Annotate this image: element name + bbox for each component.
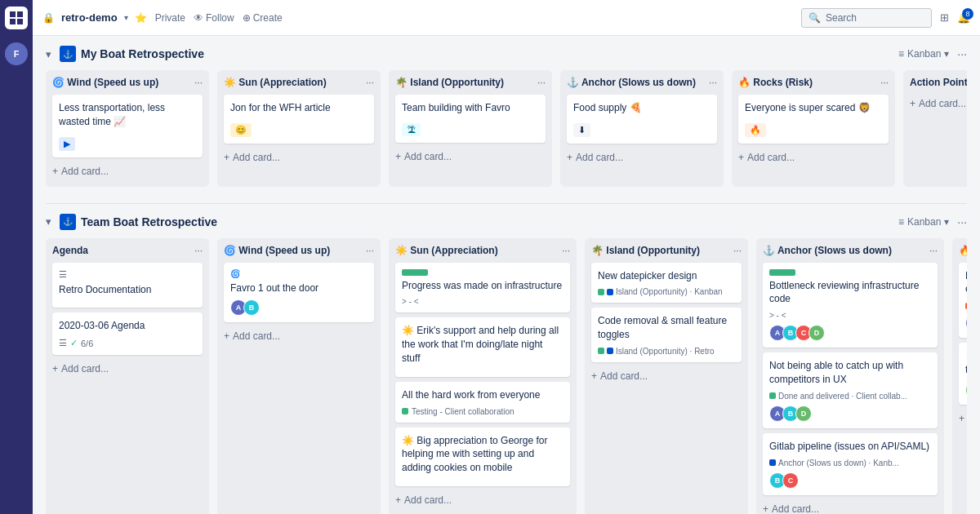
- card-rocks2-2[interactable]: 🔥 Not having time to help out with tech …: [959, 343, 967, 405]
- column-rocks-header: 🔥 Rocks (Risk) ···: [738, 77, 889, 88]
- column-sun2-header: ☀️ Sun (Appreciation) ···: [395, 245, 570, 256]
- star-button[interactable]: ⭐: [135, 12, 147, 24]
- add-card-sun[interactable]: + Add card...: [224, 148, 374, 166]
- column-anchor2-header: ⚓ Anchor (Slows us down) ···: [763, 245, 938, 256]
- column-sun2: ☀️ Sun (Appreciation) ··· Progress was m…: [389, 238, 577, 514]
- card-sun2-4-text: ☀️ Big appreciation to George for helpin…: [402, 434, 564, 475]
- card-anchor2-2-avatars: A B D: [769, 405, 931, 422]
- add-card-rocks[interactable]: + Add card...: [738, 148, 889, 166]
- anchor3-tag-icon: [769, 459, 776, 466]
- column-rocks2-header: 🔥 Rocks (Risk) ···: [959, 245, 967, 256]
- card-wind-1[interactable]: Less transportation, less wasted time 📈 …: [52, 95, 203, 157]
- card-anchor2-3[interactable]: Gitlab pipeline (issues on API/SAML) Anc…: [763, 433, 938, 495]
- board1-collapse[interactable]: ▾: [46, 48, 51, 60]
- card-rocks2-1-text: Not refactoring and improving legacy eno…: [965, 269, 967, 297]
- card-agenda-1-text: Retro Documentation: [59, 283, 196, 297]
- card-rocks2-1-tag: Rocks (Risk) · Retro: [965, 301, 967, 310]
- chevron-down-icon: ▾: [944, 48, 949, 60]
- column-rocks-more[interactable]: ···: [880, 77, 889, 88]
- column-anchor2-more[interactable]: ···: [929, 245, 938, 256]
- card-rocks-1[interactable]: Everyone is super scared 🦁 🔥: [738, 95, 889, 144]
- card-wind2-1[interactable]: 🌀 Favro 1 out the door A B: [224, 263, 374, 323]
- column-rocks2-title: 🔥 Rocks (Risk): [959, 245, 967, 256]
- column-wind-more[interactable]: ···: [194, 77, 203, 88]
- column-action: Action Points ··· + Add card...: [903, 70, 967, 187]
- card-anchor-1-badge: ⬇: [573, 123, 590, 137]
- tag-island-retro: Island (Opportunity) · Retro: [598, 347, 715, 356]
- add-card-agenda[interactable]: + Add card...: [52, 360, 203, 378]
- chevron-icon[interactable]: ▾: [124, 13, 128, 22]
- av-b3: D: [795, 405, 812, 422]
- av-a4: D: [808, 325, 825, 341]
- card-anchor2-1-labels: [769, 269, 931, 276]
- board1-section: ▾ ⚓ My Boat Retrospective ≡ Kanban ▾ ···: [33, 36, 980, 203]
- wind2-card-icon: 🌀: [230, 269, 240, 278]
- card-anchor2-1[interactable]: Bottleneck reviewing infrastructure code…: [763, 263, 938, 348]
- user-avatar[interactable]: F: [5, 42, 28, 65]
- column-sun2-more[interactable]: ···: [562, 245, 570, 256]
- card-island2-2-text: Code removal & small feature toggles: [598, 314, 735, 342]
- column-sun-more[interactable]: ···: [366, 77, 374, 88]
- card-anchor-1[interactable]: Food supply 🍕 ⬇: [567, 95, 717, 144]
- column-island2-more[interactable]: ···: [733, 245, 742, 256]
- board2-kanban-btn[interactable]: ≡ Kanban ▾: [898, 216, 949, 228]
- card-agenda-1[interactable]: ☰ Retro Documentation: [52, 263, 203, 308]
- card-island2-2[interactable]: Code removal & small feature toggles Isl…: [591, 308, 742, 362]
- card-rocks2-1[interactable]: Not refactoring and improving legacy eno…: [959, 263, 967, 339]
- sidebar: F: [0, 0, 33, 514]
- add-card-island2[interactable]: + Add card...: [591, 367, 742, 385]
- avatar-2: B: [243, 299, 260, 316]
- card-sun2-4[interactable]: ☀️ Big appreciation to George for helpin…: [395, 428, 570, 486]
- kanban-icon: ≡: [898, 48, 904, 60]
- column-wind2-more[interactable]: ···: [366, 245, 374, 256]
- column-rocks2: 🔥 Rocks (Risk) ··· Not refactoring and i…: [952, 238, 967, 514]
- board2-section: ▾ ⚓ Team Boat Retrospective ≡ Kanban ▾ ·…: [33, 204, 980, 514]
- svg-rect-2: [10, 19, 16, 24]
- follow-button[interactable]: 👁 Follow: [194, 12, 234, 24]
- add-card-wind[interactable]: + Add card...: [52, 162, 203, 180]
- brand-name: retro-demo: [61, 11, 118, 24]
- column-island-more[interactable]: ···: [537, 77, 546, 88]
- add-card-wind2[interactable]: + Add card...: [224, 327, 374, 345]
- card-island2-1[interactable]: New datepicker design Island (Opportunit…: [591, 263, 742, 304]
- app-logo: [5, 7, 28, 29]
- card-wind-1-badge: ▶: [59, 137, 75, 151]
- card-rocks-1-text: Everyone is super scared 🦁: [745, 101, 882, 115]
- column-wind-title: 🌀 Wind (Speed us up): [52, 77, 194, 88]
- card-island-1[interactable]: Team building with Favro 🏝: [395, 95, 546, 143]
- card-sun2-2[interactable]: ☀️ Erik's support and help during all th…: [395, 317, 570, 376]
- board2-collapse[interactable]: ▾: [46, 215, 51, 228]
- svg-rect-1: [17, 11, 23, 17]
- card-sun2-3-text: All the hard work from everyone: [402, 388, 564, 402]
- column-agenda-more[interactable]: ···: [194, 245, 203, 256]
- card-sun2-1[interactable]: Progress was made on infrastructure > - …: [395, 263, 570, 313]
- card-sun-1[interactable]: Jon for the WFH article 😊: [224, 95, 374, 144]
- card-sun2-1-text: Progress was made on infrastructure: [402, 279, 564, 293]
- board1-kanban-btn[interactable]: ≡ Kanban ▾: [898, 48, 949, 60]
- add-card-anchor[interactable]: + Add card...: [567, 148, 717, 166]
- card-sun2-3[interactable]: All the hard work from everyone Testing …: [395, 382, 570, 423]
- column-rocks-title: 🔥 Rocks (Risk): [738, 77, 880, 88]
- chevron2-down-icon: ▾: [944, 216, 949, 228]
- card-anchor2-2[interactable]: Not being able to catch up with competit…: [763, 352, 938, 428]
- add-card-action[interactable]: + Add card...: [910, 95, 967, 113]
- board2-more-btn[interactable]: ···: [957, 215, 967, 228]
- add-card-rocks2[interactable]: + Add card...: [959, 410, 967, 428]
- board1-more-btn[interactable]: ···: [957, 47, 967, 60]
- layout-icon[interactable]: ⊞: [940, 11, 949, 24]
- board1-header: ▾ ⚓ My Boat Retrospective ≡ Kanban ▾ ···: [46, 46, 967, 62]
- search-box[interactable]: 🔍 Search: [801, 8, 932, 28]
- card-sun2-1-dots: > - <: [402, 297, 564, 306]
- notifications[interactable]: 🔔 8: [957, 11, 970, 24]
- card-rocks-1-badge: 🔥: [745, 123, 766, 137]
- add-card-sun2[interactable]: + Add card...: [395, 491, 570, 509]
- column-anchor-more[interactable]: ···: [709, 77, 717, 88]
- create-button[interactable]: ⊕ Create: [243, 12, 283, 24]
- column-sun: ☀️ Sun (Appreciation) ··· Jon for the WF…: [217, 70, 381, 187]
- add-card-anchor2[interactable]: + Add card...: [763, 500, 938, 514]
- column-anchor2: ⚓ Anchor (Slows us down) ··· Bottleneck …: [756, 238, 944, 514]
- lock-icon: 🔒: [42, 12, 55, 24]
- card-rocks2-1-avatars: A B C D E: [965, 315, 967, 331]
- card-agenda-2[interactable]: 2020-03-06 Agenda ☰ ✓ 6/6: [52, 312, 203, 355]
- add-card-island[interactable]: + Add card...: [395, 148, 546, 166]
